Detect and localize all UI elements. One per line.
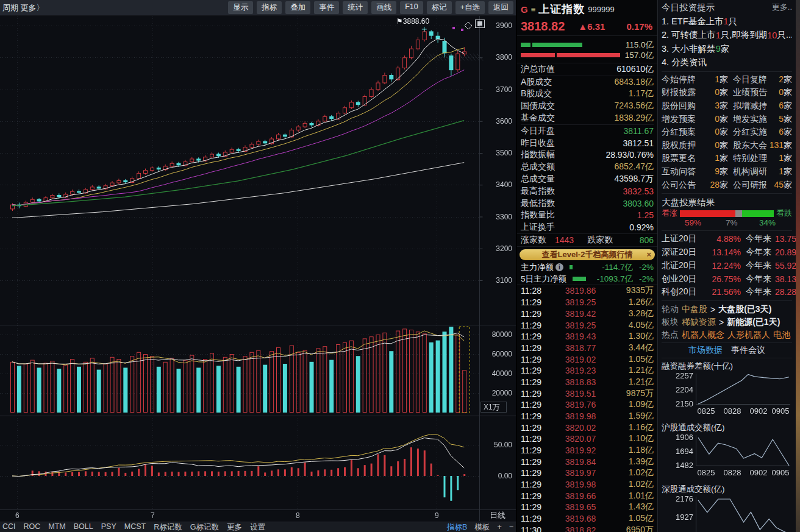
tick-price: 3819.51	[552, 389, 609, 399]
event-grid-row[interactable]: 分红预案0家分红实施6家	[662, 126, 792, 139]
tick-row: 11:293819.431.30亿	[517, 331, 657, 342]
indicator-tab-MTM[interactable]: MTM	[48, 522, 65, 532]
indicator-tab-PSY[interactable]: PSY	[101, 522, 116, 532]
stat-label: 总成交量	[521, 174, 555, 185]
event-grid-row[interactable]: 今始停牌1家今日复牌2家	[662, 73, 792, 87]
sell-bar-seg	[521, 53, 555, 57]
toolbar-button-指标[interactable]: 指标	[257, 1, 282, 14]
event-number: 28	[710, 180, 720, 190]
tick-amount: 9875万	[609, 388, 654, 399]
toolbar-button-标记[interactable]: 标记	[427, 1, 452, 14]
template-button[interactable]: 模板	[474, 522, 490, 532]
tip-item[interactable]: 3. 大小非解禁 9 家	[662, 42, 792, 56]
tick-amount: 9335万	[609, 285, 654, 296]
tick-price: 3819.98	[552, 480, 609, 489]
period-menu[interactable]: 周期 更多〉	[2, 2, 45, 13]
decliners-label: 跌家数	[587, 235, 613, 246]
indicator-tab-ROC[interactable]: ROC	[24, 522, 41, 532]
event-meeting-link[interactable]: 事件会议	[731, 345, 765, 356]
rotation-term[interactable]: 人形机器人	[727, 330, 770, 341]
event-grid-row[interactable]: 增发预案0家增发实施5家	[662, 113, 792, 126]
tick-price: 3819.97	[552, 468, 609, 478]
main-chart-canvas[interactable]	[0, 16, 516, 522]
index-perf-20d: 12.24%	[705, 261, 741, 271]
tick-amount: 1.09亿	[609, 399, 654, 410]
info-icon[interactable]: i	[555, 263, 563, 271]
event-grid-row[interactable]: 股权质押0家股东大会131家	[662, 139, 792, 152]
tick-time: 11:29	[521, 457, 552, 467]
toolbar-button-F10[interactable]: F10	[400, 1, 423, 14]
event-label: 业绩预告	[728, 87, 768, 98]
tick-time: 11:29	[521, 343, 552, 353]
event-label: 增发预案	[662, 114, 700, 125]
event-count: 131家	[768, 140, 792, 151]
stat-value: 3803.60	[623, 199, 654, 208]
vote-mid-pct: 7%	[726, 218, 738, 227]
zoom-out-button[interactable]: −	[509, 523, 513, 531]
toolbar-button-叠加[interactable]: 叠加	[285, 1, 310, 14]
chart-panel: 周期 更多〉 显示指标叠加事件统计画线F10标记+自选返回 日线 CCIROCM…	[0, 0, 517, 532]
market-data-link[interactable]: 市场数据	[688, 345, 723, 356]
indicator-tab-MCST[interactable]: MCST	[124, 522, 146, 532]
event-grid-row[interactable]: 股份回购3家拟增减持6家	[662, 99, 792, 113]
tick-time: 11:29	[521, 445, 552, 455]
rotation-term[interactable]: 稀缺资源	[682, 317, 716, 328]
event-number: 0	[715, 127, 720, 137]
indicator-tab-G标记数[interactable]: G标记数	[190, 522, 219, 532]
level2-banner[interactable]: 查看Level-2千档高频行情 ×	[520, 249, 655, 260]
tick-amount: 3.44亿	[609, 342, 654, 353]
event-label: 财报披露	[662, 87, 700, 98]
indicator-tab-更多[interactable]: 更多	[227, 522, 242, 532]
indicator-b-button[interactable]: 指标B	[447, 522, 467, 532]
zoom-in-button[interactable]: +	[497, 523, 501, 531]
event-unit: 家	[720, 140, 728, 150]
tip-item[interactable]: 2. 可转债上市1只,即将到期10只...	[662, 29, 792, 43]
indicator-tab-R标记数[interactable]: R标记数	[154, 522, 182, 532]
tick-price: 3819.25	[552, 321, 609, 330]
vote-down-label: 看跌	[776, 208, 792, 219]
toolbar-button-返回[interactable]: 返回	[488, 1, 513, 14]
event-grid-row[interactable]: 互动问答9家机构调研1家	[662, 165, 792, 179]
toolbar-button-事件[interactable]: 事件	[314, 1, 339, 14]
event-label: 今日复牌	[728, 74, 768, 85]
event-grid-row[interactable]: 公司公告28家公司研报45家	[662, 179, 792, 192]
toolbar-button-显示[interactable]: 显示	[228, 1, 253, 14]
ytd-label: 今年来	[741, 247, 775, 258]
event-grid-row[interactable]: 财报披露0家业绩预告0家	[662, 87, 792, 100]
indicator-tab-CCI[interactable]: CCI	[2, 522, 16, 532]
tick-row: 11:303818.826950万	[517, 524, 657, 532]
stat-label: 最高指数	[521, 186, 555, 197]
event-unit: 家	[784, 74, 792, 84]
event-unit: 家	[784, 114, 792, 124]
toolbar-button-+自选[interactable]: +自选	[455, 1, 485, 14]
rotation-term[interactable]: 机器人概念	[682, 330, 724, 341]
tip-item[interactable]: 1. ETF基金上市1只	[662, 15, 792, 29]
stat-value: 43598.7万	[614, 174, 654, 185]
tick-amount: 1.26亿	[609, 297, 654, 308]
event-grid-row[interactable]: 股票更名1家特别处理1家	[662, 152, 792, 166]
tick-price: 3819.84	[552, 457, 609, 467]
menu-icon[interactable]: ≡	[531, 5, 536, 14]
tick-amount: 4.05亿	[609, 320, 654, 331]
toolbar-button-统计[interactable]: 统计	[343, 1, 368, 14]
tick-row: 11:293819.661.01亿	[517, 490, 657, 502]
tick-time: 11:29	[521, 377, 552, 387]
event-unit: 家	[784, 127, 792, 137]
tip-segment: 9	[716, 44, 721, 54]
event-number: 5	[779, 114, 784, 124]
indicator-tab-设置[interactable]: 设置	[250, 522, 265, 532]
tip-item[interactable]: 4. 分类资讯	[662, 56, 792, 70]
indicator-tab-BOLL[interactable]: BOLL	[74, 522, 93, 532]
rotation-term[interactable]: 电池	[773, 330, 790, 341]
tips-more-link[interactable]: 更多..	[772, 2, 792, 13]
toolbar-button-画线[interactable]: 画线	[371, 1, 396, 14]
event-count: 1家	[700, 153, 728, 164]
stat-row: 国债成交7243.56亿	[521, 100, 654, 112]
buy-bar-seg	[521, 43, 530, 47]
tick-price: 3820.07	[552, 434, 609, 444]
rotation-term[interactable]: 中盘股	[682, 304, 707, 315]
buy-value: 115.0亿	[626, 40, 654, 51]
mini-chart-title: 融资融券差额(十亿)	[662, 361, 792, 371]
close-icon[interactable]: ×	[646, 249, 651, 260]
period-selector[interactable]: 日线	[479, 509, 515, 521]
